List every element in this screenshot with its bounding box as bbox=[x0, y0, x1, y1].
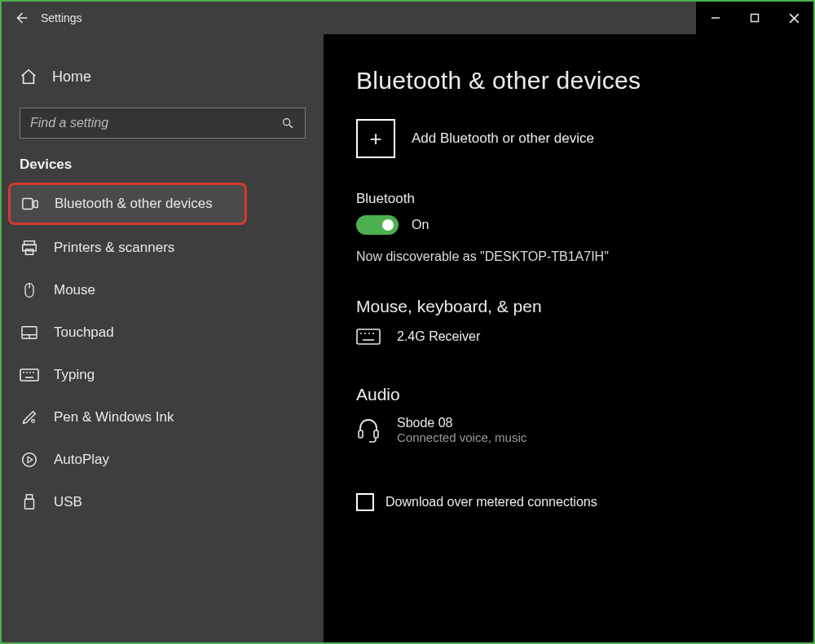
search-input[interactable] bbox=[30, 116, 280, 130]
sidebar-item-typing[interactable]: Typing bbox=[2, 354, 324, 396]
search-box[interactable] bbox=[20, 108, 306, 139]
sidebar-item-label: AutoPlay bbox=[54, 452, 109, 468]
sidebar-item-label: Typing bbox=[54, 367, 95, 383]
add-device-button[interactable]: + bbox=[356, 119, 395, 158]
svg-rect-25 bbox=[25, 499, 34, 509]
window-controls bbox=[696, 2, 813, 34]
window-body: Home Devices Bluetooth & other devices bbox=[2, 34, 813, 642]
metered-checkbox-row[interactable]: Download over metered connections bbox=[356, 493, 781, 511]
svg-rect-32 bbox=[359, 430, 363, 438]
sidebar-item-label: Mouse bbox=[54, 282, 95, 298]
bluetooth-toggle-row: On bbox=[356, 215, 781, 235]
svg-rect-10 bbox=[25, 249, 33, 254]
device-name: Sbode 08 bbox=[397, 416, 526, 430]
sidebar-item-label: Pen & Windows Ink bbox=[54, 409, 174, 426]
sidebar-item-usb[interactable]: USB bbox=[2, 481, 324, 523]
sidebar-item-label: USB bbox=[54, 494, 82, 510]
svg-rect-33 bbox=[374, 430, 378, 438]
section-heading-mkp: Mouse, keyboard, & pen bbox=[356, 297, 781, 316]
svg-point-4 bbox=[284, 119, 290, 126]
devices-icon bbox=[20, 194, 40, 214]
minimize-icon bbox=[711, 13, 720, 23]
sidebar-item-label: Touchpad bbox=[54, 324, 114, 341]
metered-checkbox[interactable] bbox=[356, 493, 374, 511]
sidebar-item-touchpad[interactable]: Touchpad bbox=[2, 311, 324, 354]
sidebar: Home Devices Bluetooth & other devices bbox=[2, 34, 324, 642]
svg-rect-26 bbox=[357, 329, 380, 344]
bluetooth-toggle[interactable] bbox=[356, 215, 399, 235]
sidebar-item-bluetooth[interactable]: Bluetooth & other devices bbox=[8, 183, 247, 225]
maximize-icon bbox=[750, 13, 760, 23]
keyboard-device-icon bbox=[356, 328, 381, 346]
maximize-button[interactable] bbox=[735, 2, 774, 34]
sidebar-section-label: Devices bbox=[2, 139, 324, 181]
sidebar-item-label: Printers & scanners bbox=[54, 240, 174, 256]
metered-label: Download over metered connections bbox=[385, 495, 597, 509]
main-content: Bluetooth & other devices + Add Bluetoot… bbox=[324, 34, 813, 642]
device-row-audio[interactable]: Sbode 08 Connected voice, music bbox=[356, 416, 781, 444]
window-title: Settings bbox=[41, 11, 82, 24]
svg-rect-24 bbox=[26, 495, 32, 500]
sidebar-nav: Bluetooth & other devices Printers & sca… bbox=[2, 181, 324, 523]
svg-point-22 bbox=[32, 420, 35, 423]
sidebar-item-autoplay[interactable]: AutoPlay bbox=[2, 439, 324, 481]
close-button[interactable] bbox=[774, 2, 813, 34]
printer-icon bbox=[20, 238, 39, 258]
back-button[interactable] bbox=[13, 10, 29, 26]
bluetooth-label: Bluetooth bbox=[356, 191, 781, 207]
section-heading-audio: Audio bbox=[356, 385, 781, 404]
add-device-row[interactable]: + Add Bluetooth or other device bbox=[356, 119, 781, 158]
sidebar-item-mouse[interactable]: Mouse bbox=[2, 269, 324, 311]
sidebar-item-printers[interactable]: Printers & scanners bbox=[2, 227, 324, 269]
page-title: Bluetooth & other devices bbox=[356, 67, 781, 95]
svg-rect-7 bbox=[34, 201, 38, 207]
arrow-left-icon bbox=[14, 11, 29, 25]
titlebar: Settings bbox=[2, 2, 813, 34]
plus-icon: + bbox=[369, 128, 381, 149]
device-row-receiver[interactable]: 2.4G Receiver bbox=[356, 328, 781, 346]
discoverable-text: Now discoverable as "DESKTOP-TB1A7IH" bbox=[356, 249, 781, 264]
touchpad-icon bbox=[20, 323, 39, 342]
minimize-button[interactable] bbox=[696, 2, 735, 34]
svg-point-23 bbox=[23, 453, 37, 467]
device-name: 2.4G Receiver bbox=[397, 329, 480, 344]
svg-line-5 bbox=[289, 125, 293, 128]
home-nav[interactable]: Home bbox=[2, 62, 324, 91]
toggle-knob bbox=[382, 219, 394, 231]
sidebar-item-pen[interactable]: Pen & Windows Ink bbox=[2, 396, 324, 439]
settings-window: Settings Home bbox=[0, 0, 815, 644]
home-label: Home bbox=[52, 68, 91, 86]
usb-icon bbox=[20, 492, 39, 512]
close-icon bbox=[789, 13, 800, 24]
toggle-state-label: On bbox=[412, 218, 429, 232]
svg-rect-1 bbox=[751, 15, 759, 22]
pen-icon bbox=[20, 408, 39, 427]
sidebar-item-label: Bluetooth & other devices bbox=[55, 196, 213, 212]
svg-rect-6 bbox=[23, 199, 33, 210]
mouse-icon bbox=[20, 280, 39, 300]
device-status: Connected voice, music bbox=[397, 430, 526, 444]
home-icon bbox=[20, 68, 37, 86]
keyboard-icon bbox=[20, 365, 39, 385]
autoplay-icon bbox=[20, 450, 39, 470]
add-device-label: Add Bluetooth or other device bbox=[412, 130, 594, 147]
search-icon bbox=[280, 116, 295, 130]
headset-icon bbox=[356, 418, 381, 443]
svg-rect-16 bbox=[20, 369, 38, 381]
